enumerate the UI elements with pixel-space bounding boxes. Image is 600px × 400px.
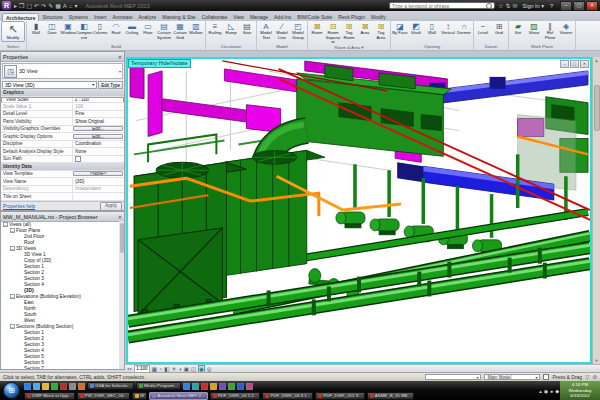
- ribbon-button[interactable]: ↕ Vertical: [440, 21, 456, 36]
- taskbar-window-button[interactable]: ASME_B_31.8M...: [367, 392, 414, 400]
- exclude-options-icon[interactable]: ⊘: [592, 374, 597, 380]
- pinned-app-icon[interactable]: [33, 383, 40, 390]
- pinned-app-icon[interactable]: [24, 383, 31, 390]
- ribbon-button[interactable]: ⊞ Tag Area: [373, 21, 389, 40]
- view-instance-combo[interactable]: 3D View (3D) ▾: [2, 81, 97, 89]
- temporary-hide-isolate-banner[interactable]: Temporary Hide/Isolate: [128, 59, 191, 68]
- pinned-app-icon[interactable]: [237, 383, 244, 390]
- properties-help-link[interactable]: Properties help: [3, 204, 35, 209]
- ribbon-tab[interactable]: Massing & Site: [159, 13, 198, 21]
- tree-expand-icon[interactable]: [18, 240, 23, 245]
- pinned-app-icon[interactable]: [60, 383, 67, 390]
- pinned-app-icon[interactable]: [228, 383, 235, 390]
- property-row[interactable]: View Name {3D}: [1, 178, 124, 186]
- tree-expand-icon[interactable]: [18, 270, 23, 275]
- tree-expand-icon[interactable]: [18, 234, 23, 239]
- tree-expand-icon[interactable]: [18, 300, 23, 305]
- qat-tool-icon[interactable]: ✎: [48, 3, 53, 9]
- ribbon-tab[interactable]: Annotate: [109, 13, 135, 21]
- tree-expand-icon[interactable]: [18, 252, 23, 257]
- infocenter-icon[interactable]: ☆: [498, 2, 503, 9]
- tree-expand-icon[interactable]: [18, 330, 23, 335]
- ribbon-tab[interactable]: Manage: [247, 13, 271, 21]
- scroll-up-arrow[interactable]: ▲: [593, 57, 600, 64]
- pinned-app-icon[interactable]: [51, 383, 58, 390]
- tree-expand-icon[interactable]: [18, 342, 23, 347]
- tree-expand-icon[interactable]: [18, 360, 23, 365]
- ribbon-button[interactable]: ▤ Stair: [239, 21, 255, 36]
- ribbon-button[interactable]: ≡ Railing: [207, 21, 223, 36]
- ribbon-button[interactable]: ⊟ Room Separator: [325, 21, 341, 45]
- property-row[interactable]: Detail Level Fine: [1, 111, 124, 119]
- ribbon-tab[interactable]: Insert: [91, 13, 110, 21]
- taskbar-window-button[interactable]: PDF_DWK_04.3.1...: [262, 392, 313, 400]
- pinned-app-icon[interactable]: [183, 383, 190, 390]
- design-option-combo[interactable]: ▾: [425, 374, 481, 380]
- ribbon-button[interactable]: − Level: [475, 21, 491, 36]
- ribbon-button[interactable]: ∕ Model Line: [274, 21, 290, 40]
- ribbon-button[interactable]: A Model Text: [258, 21, 274, 40]
- browser-scrollbar[interactable]: [119, 221, 124, 369]
- ribbon-button[interactable]: ▤ Curtain System: [156, 21, 172, 40]
- tray-icon[interactable]: ◆: [555, 388, 559, 394]
- property-row[interactable]: Discipline Coordination: [1, 141, 124, 149]
- view-control-icon[interactable]: ▦: [152, 366, 157, 372]
- view-window-control-button[interactable]: ▢: [570, 60, 579, 68]
- qat-tool-icon[interactable]: A: [63, 3, 67, 9]
- property-row[interactable]: Identity Data: [1, 163, 124, 171]
- view-control-icon[interactable]: ◑: [178, 366, 181, 372]
- tree-expand-icon[interactable]: −: [10, 228, 15, 233]
- view-control-icon[interactable]: ◫: [191, 366, 196, 372]
- tray-icon[interactable]: ●: [550, 388, 553, 394]
- taskbar-window-button[interactable]: Media Program...: [136, 382, 181, 390]
- search-input[interactable]: [392, 3, 486, 9]
- vertical-scrollbar[interactable]: ▲ ▼: [592, 57, 600, 364]
- qat-tool-icon[interactable]: ↷: [41, 3, 46, 9]
- property-row[interactable]: Graphic Display Options Edit...: [1, 133, 124, 141]
- pinned-app-icon[interactable]: [42, 383, 49, 390]
- ribbon-button[interactable]: ◺ Ramp: [223, 21, 239, 36]
- ribbon-button[interactable]: ◫ Door: [44, 21, 60, 36]
- sign-in-button[interactable]: Sign In ▾: [523, 3, 544, 9]
- start-button[interactable]: ⊞: [3, 382, 20, 399]
- tree-expand-icon[interactable]: [18, 264, 23, 269]
- ribbon-group-label[interactable]: Room & Area ▾: [309, 45, 389, 51]
- minimize-button[interactable]: ‒: [560, 1, 572, 11]
- qat-tool-icon[interactable]: ↶: [34, 3, 39, 9]
- property-row[interactable]: Visibility/Graphics Overrides Edit...: [1, 126, 124, 134]
- property-row[interactable]: Title on Sheet: [1, 193, 124, 201]
- ribbon-button[interactable]: ▥ Mullion: [188, 21, 204, 36]
- qat-tool-icon[interactable]: ▢: [26, 3, 32, 9]
- 3d-mep-model[interactable]: [128, 59, 590, 362]
- horizontal-scroll-arrows[interactable]: ◂ ▸: [127, 366, 132, 371]
- 3d-view-canvas[interactable]: Temporary Hide/Isolate ‒▢✕: [126, 57, 592, 364]
- ribbon-button[interactable]: ◈ Viewer: [558, 21, 574, 36]
- infocenter-icon[interactable]: ✉: [512, 2, 517, 9]
- maximize-button[interactable]: ▢: [573, 1, 585, 11]
- ribbon-button[interactable]: ▯ Wall: [424, 21, 440, 36]
- press-drag-checkbox[interactable]: [543, 374, 549, 380]
- ribbon-button[interactable]: ∥ Ref Plane: [542, 21, 558, 40]
- tree-expand-icon[interactable]: −: [10, 324, 15, 329]
- tree-expand-icon[interactable]: [18, 366, 23, 370]
- browser-tree-item[interactable]: Section 7: [1, 365, 119, 369]
- ribbon-button[interactable]: ◩ Shaft: [408, 21, 424, 36]
- tree-expand-icon[interactable]: [18, 348, 23, 353]
- edit-type-button[interactable]: Edit Type: [98, 81, 123, 89]
- scroll-down-arrow[interactable]: ▼: [593, 357, 600, 364]
- ribbon-button[interactable]: ◪ By Face: [392, 21, 408, 36]
- ribbon-button[interactable]: ⊞ Grid: [491, 21, 507, 36]
- property-row[interactable]: Default Analysis Display Style None: [1, 148, 124, 156]
- property-row[interactable]: Dependency Independent: [1, 186, 124, 194]
- ribbon-button-modify[interactable]: ↖ Modify: [1, 21, 25, 42]
- active-workset-combo[interactable]: Main Model▾: [484, 374, 540, 380]
- ribbon-tab[interactable]: Architecture: [2, 13, 39, 21]
- tree-expand-icon[interactable]: [18, 318, 23, 323]
- ribbon-tab[interactable]: View: [230, 13, 247, 21]
- view-window-control-button[interactable]: ✕: [580, 60, 589, 68]
- ribbon-button[interactable]: ▯ Column: [92, 21, 108, 36]
- view-control-icon[interactable]: ◔: [159, 366, 162, 372]
- taskbar-window-button[interactable]: PDF_DWK_04.2.2...: [210, 392, 261, 400]
- ribbon-tab[interactable]: Collaborate: [199, 13, 231, 21]
- type-selector[interactable]: ◳ 3D View ▾: [2, 63, 123, 79]
